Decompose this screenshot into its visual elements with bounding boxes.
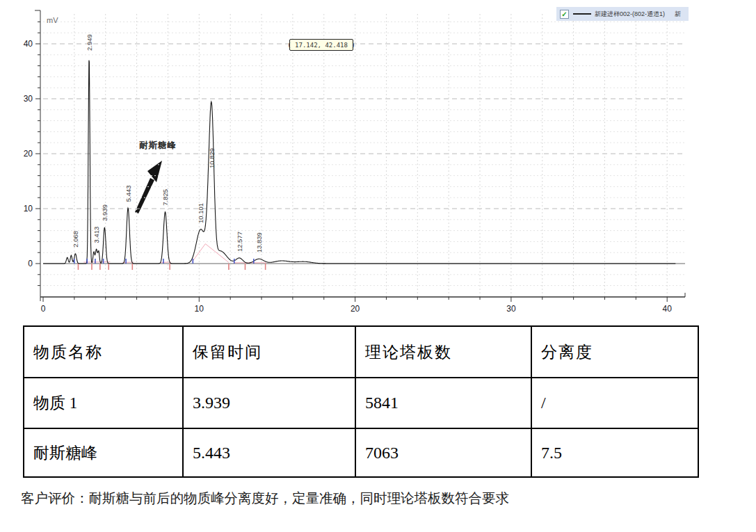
svg-text:10: 10: [195, 304, 204, 314]
annotation-arrow-head: [147, 161, 162, 182]
svg-text:30: 30: [506, 304, 516, 314]
table-row: 耐斯糖峰 5.443 7063 7.5: [24, 428, 698, 477]
annotation-arrow-shaft: [135, 178, 154, 213]
cell-substance: 物质 1: [24, 378, 183, 428]
svg-text:7.825: 7.825: [161, 189, 169, 206]
customer-note: 客户评价：耐斯糖与前后的物质峰分离度好，定量准确，同时理论塔板数符合要求: [21, 489, 509, 508]
cell-substance: 耐斯糖峰: [24, 428, 183, 477]
svg-text:0: 0: [41, 304, 46, 314]
svg-text:2.949: 2.949: [86, 34, 93, 51]
table-header-row: 物质名称 保留时间 理论塔板数 分离度: [24, 326, 698, 378]
col-header-plates: 理论塔板数: [355, 326, 531, 378]
cell-retention: 5.443: [183, 428, 355, 477]
chart-legend: ✓ 新建进样002-(802-通道1) 新: [556, 7, 689, 21]
svg-text:10.829: 10.829: [208, 148, 216, 168]
legend-checkbox[interactable]: ✓: [560, 10, 569, 19]
svg-text:13.839: 13.839: [255, 232, 263, 252]
cell-plates: 7063: [355, 428, 531, 477]
svg-text:20: 20: [24, 149, 33, 159]
chromatogram-trace: [43, 61, 675, 264]
cell-plates: 5841: [355, 378, 531, 428]
cell-resolution: 7.5: [531, 428, 698, 477]
check-icon: ✓: [561, 11, 567, 17]
svg-text:3.413: 3.413: [93, 227, 100, 243]
col-header-retention: 保留时间: [183, 326, 355, 378]
svg-text:12.577: 12.577: [236, 232, 243, 252]
col-header-resolution: 分离度: [531, 326, 698, 378]
peak-annotation-label: 耐斯糖峰: [139, 140, 177, 152]
col-header-substance: 物质名称: [24, 326, 183, 378]
results-table: 物质名称 保留时间 理论塔板数 分离度 物质 1 3.939 5841 / 耐斯…: [23, 325, 699, 478]
svg-text:10.101: 10.101: [197, 203, 204, 223]
svg-text:20: 20: [351, 304, 360, 314]
legend-series-line: [573, 13, 591, 15]
report-page: 010203040010203040mV2.0682.9493.4133.939…: [0, 0, 756, 532]
svg-text:10: 10: [24, 204, 33, 213]
svg-text:40: 40: [663, 304, 673, 314]
svg-text:0: 0: [28, 259, 33, 268]
svg-text:30: 30: [24, 94, 33, 104]
cell-retention: 3.939: [183, 378, 355, 428]
svg-text:5.443: 5.443: [124, 185, 132, 202]
svg-text:3.939: 3.939: [101, 204, 108, 221]
svg-text:40: 40: [24, 39, 33, 49]
table-row: 物质 1 3.939 5841 /: [24, 378, 698, 428]
cursor-tooltip: ( 17.142, 42.418 ): [289, 39, 353, 51]
cell-resolution: /: [531, 378, 698, 428]
svg-text:mV: mV: [47, 16, 58, 24]
svg-text:2.068: 2.068: [72, 231, 79, 248]
legend-series2-label-partial: 新: [675, 10, 681, 19]
legend-series-label: 新建进样002-(802-通道1): [595, 10, 665, 19]
